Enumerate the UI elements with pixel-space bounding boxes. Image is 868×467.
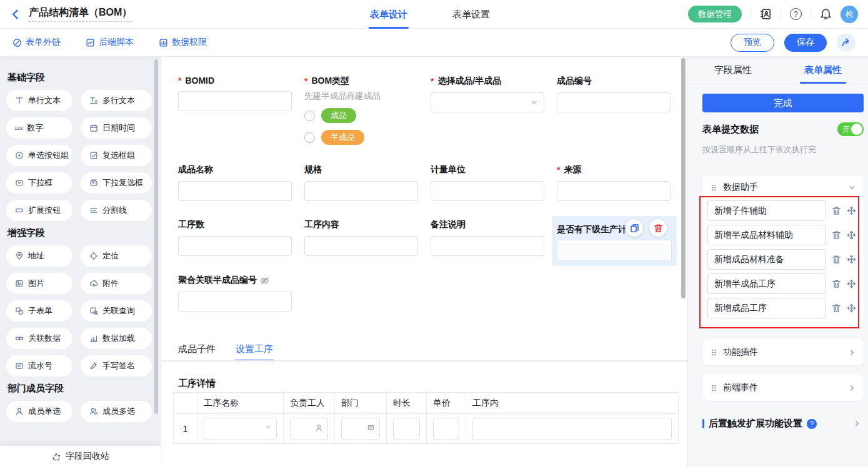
chevron-right-icon[interactable]	[848, 348, 856, 356]
process-content-input[interactable]	[304, 236, 418, 256]
page-title[interactable]: 产品结构清单（BOM）	[29, 6, 132, 22]
submit-data-toggle[interactable]: 开	[837, 122, 864, 136]
field-item-dropdown[interactable]: 下拉框	[6, 172, 72, 194]
notification-bell-icon[interactable]	[820, 8, 832, 20]
radio-icon[interactable]	[304, 111, 315, 121]
radio-option-semi[interactable]: 半成品	[304, 130, 431, 145]
sub-plan-input[interactable]	[557, 240, 672, 261]
trash-icon[interactable]	[832, 303, 841, 313]
preview-button[interactable]: 预览	[731, 34, 774, 52]
field-item-checkbox-group[interactable]: 复选框组	[81, 145, 152, 166]
tab-form-properties[interactable]: 表单属性	[778, 57, 868, 84]
field-unit[interactable]: 计量单位	[431, 164, 557, 201]
field-aggregate-no[interactable]: 聚合关联半成品编号	[178, 275, 304, 312]
field-select-product[interactable]: 选择成品/半成品	[431, 76, 557, 112]
worker-picker-input[interactable]	[290, 418, 328, 440]
duration-input[interactable]	[393, 418, 420, 440]
move-icon[interactable]	[847, 206, 856, 215]
process-name-select[interactable]	[204, 418, 277, 440]
trash-icon[interactable]	[832, 206, 841, 215]
tab-form-design[interactable]: 表单设计	[369, 0, 409, 29]
trash-icon[interactable]	[832, 279, 841, 288]
field-item-radio-group[interactable]: 单选按钮组	[6, 145, 72, 166]
move-icon[interactable]	[847, 230, 856, 240]
canvas-scrollbar[interactable]	[681, 58, 686, 298]
field-process-content[interactable]: 工序内容	[304, 219, 431, 256]
field-item-dropdown-multi[interactable]: 下拉复选框	[81, 172, 152, 194]
remark-input[interactable]	[431, 236, 544, 256]
field-item-attachment[interactable]: 附件	[81, 273, 152, 294]
field-item-multi-text[interactable]: 多行文本	[81, 90, 152, 111]
chevron-right-icon[interactable]	[853, 420, 861, 428]
field-source[interactable]: 来源	[557, 164, 683, 201]
process-count-input[interactable]	[178, 236, 292, 256]
price-input[interactable]	[433, 418, 459, 440]
data-permission-action[interactable]: 数据权限	[159, 37, 207, 48]
backend-script-action[interactable]: 后端脚本	[86, 37, 134, 48]
unit-input[interactable]	[431, 181, 544, 201]
assistant-item-name[interactable]: 新增半成品工序	[707, 273, 826, 294]
assistant-item-name[interactable]: 新增成品材料准备	[707, 249, 826, 270]
field-item-extend-button[interactable]: 扩展按钮	[6, 200, 72, 221]
field-item-linked-query[interactable]: 关联查询	[81, 300, 152, 322]
move-icon[interactable]	[847, 279, 856, 288]
copy-field-button[interactable]	[626, 219, 643, 237]
field-recycle-bin[interactable]: 字段回收站	[0, 446, 161, 467]
select-product-dropdown[interactable]	[431, 92, 544, 112]
field-item-address[interactable]: 地址	[6, 245, 72, 267]
field-item-signature[interactable]: 手写签名	[81, 355, 152, 376]
save-button[interactable]: 保存	[784, 34, 827, 52]
drag-handle-icon[interactable]	[710, 348, 718, 356]
user-avatar[interactable]: 检	[841, 6, 858, 23]
tab-field-properties[interactable]: 字段属性	[688, 57, 778, 84]
field-item-single-text[interactable]: 单行文本	[6, 90, 72, 111]
external-link-action[interactable]: 表单外链	[12, 37, 61, 48]
field-bom-type[interactable]: BOM类型 先建半成品再建成品 成品 半成品	[304, 76, 431, 152]
field-item-serial-number[interactable]: 流水号	[6, 355, 72, 376]
field-item-data-load[interactable]: 数据加载	[81, 328, 152, 349]
field-item-linked-data[interactable]: 关联数据	[6, 328, 72, 349]
plugins-card[interactable]: 功能插件	[702, 339, 864, 365]
field-product-name[interactable]: 成品名称	[178, 164, 304, 201]
field-spec[interactable]: 规格	[304, 164, 431, 201]
help-icon[interactable]: ?	[790, 8, 802, 20]
field-item-datetime[interactable]: 日期时间	[81, 117, 152, 139]
sidebar-scrollbar[interactable]	[154, 59, 158, 414]
radio-option-finished[interactable]: 成品	[304, 108, 431, 123]
post-trigger-settings[interactable]: 后置触发扩展功能设置 ?	[702, 418, 861, 430]
move-icon[interactable]	[847, 255, 856, 264]
field-remark[interactable]: 备注说明	[431, 219, 557, 256]
back-icon[interactable]	[10, 9, 21, 20]
field-process-count[interactable]: 工序数	[178, 219, 304, 256]
form-canvas[interactable]: BOMID BOM类型 先建半成品再建成品 成品 半成品 选择成品/半成品	[161, 57, 687, 467]
delete-field-button[interactable]	[649, 219, 667, 237]
radio-icon[interactable]	[304, 132, 315, 143]
contact-book-icon[interactable]	[760, 8, 772, 20]
field-item-member-single[interactable]: 成员单选	[6, 401, 72, 422]
trash-icon[interactable]	[832, 255, 841, 264]
aggregate-no-input[interactable]	[178, 292, 292, 312]
source-input[interactable]	[557, 181, 671, 201]
chevron-right-icon[interactable]	[848, 384, 856, 392]
selected-field-sub-plan[interactable]: 是否有下级生产计	[552, 216, 677, 266]
share-button[interactable]	[837, 33, 856, 52]
field-product-no[interactable]: 成品编号	[557, 76, 683, 112]
field-item-subform[interactable]: 子表单	[6, 300, 72, 322]
trash-icon[interactable]	[832, 230, 841, 240]
assistant-item-name[interactable]: 新增子件辅助	[707, 200, 826, 221]
assistant-item-name[interactable]: 新增半成品材料辅助	[707, 225, 826, 245]
process-detail-input[interactable]	[472, 418, 672, 440]
drag-handle-icon[interactable]	[710, 384, 718, 392]
field-item-number[interactable]: 123数字	[6, 117, 72, 139]
drag-handle-icon[interactable]	[710, 184, 718, 192]
department-picker-input[interactable]	[341, 418, 380, 440]
field-item-member-multi[interactable]: 成员多选	[81, 401, 152, 422]
move-icon[interactable]	[847, 303, 856, 313]
data-manage-button[interactable]: 数据管理	[688, 6, 742, 22]
chevron-down-icon[interactable]	[848, 184, 856, 192]
product-no-input[interactable]	[557, 92, 671, 112]
field-bomid[interactable]: BOMID	[178, 76, 304, 111]
field-item-location[interactable]: 定位	[81, 245, 152, 267]
frontend-events-card[interactable]: 前端事件	[702, 375, 864, 401]
tab-form-settings[interactable]: 表单设置	[451, 0, 491, 29]
